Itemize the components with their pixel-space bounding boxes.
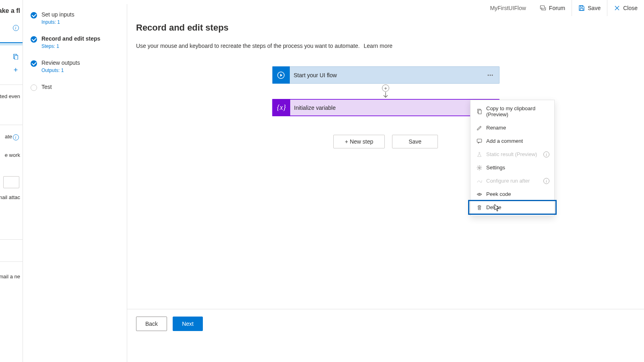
forum-label: Forum bbox=[549, 5, 565, 11]
sliver-info-icon-2: i bbox=[12, 134, 19, 141]
ctx-add-comment[interactable]: Add a comment bbox=[471, 134, 554, 148]
svg-rect-13 bbox=[478, 110, 481, 114]
back-button[interactable]: Back bbox=[136, 317, 167, 331]
step-check-icon bbox=[31, 12, 37, 19]
pencil-icon bbox=[476, 125, 482, 131]
svg-point-15 bbox=[478, 167, 480, 168]
ctx-label: Copy to my clipboard (Preview) bbox=[486, 105, 549, 117]
wizard-step-outputs[interactable]: Review outputs Outputs: 1 bbox=[23, 56, 127, 80]
eye-icon bbox=[476, 191, 482, 197]
svg-rect-4 bbox=[580, 8, 583, 10]
sliver-frag-3: e work bbox=[5, 152, 20, 158]
wizard-step-record[interactable]: Record and edit steps Steps: 1 bbox=[23, 32, 127, 56]
wizard-step-test[interactable]: Test bbox=[23, 80, 127, 98]
footer-bar: Back Next bbox=[127, 309, 644, 338]
wizard-step-label: Record and edit steps bbox=[41, 35, 100, 42]
sliver-frag-1: nated even bbox=[0, 93, 20, 99]
ctx-label: Rename bbox=[486, 125, 506, 131]
svg-rect-3 bbox=[580, 6, 582, 7]
card-more-button[interactable] bbox=[484, 69, 497, 82]
step-empty-icon bbox=[31, 84, 37, 91]
svg-point-8 bbox=[491, 74, 493, 76]
wizard-step-sub: Outputs: 1 bbox=[41, 68, 80, 73]
connector: + bbox=[382, 84, 389, 99]
new-step-button[interactable]: + New step bbox=[333, 135, 385, 148]
run-after-icon bbox=[476, 178, 482, 184]
wizard-step-label: Set up inputs bbox=[41, 11, 74, 18]
save-label: Save bbox=[588, 5, 601, 11]
flow-card-start[interactable]: Start your UI flow bbox=[272, 66, 500, 84]
info-icon[interactable]: i bbox=[543, 178, 549, 184]
svg-point-6 bbox=[487, 74, 489, 76]
page-title: Record and edit steps bbox=[136, 23, 644, 33]
wizard-step-sub: Steps: 1 bbox=[41, 43, 100, 49]
copy-icon bbox=[476, 109, 482, 115]
underlying-panel-sliver: ake a fl i + nated even ate i e work mai… bbox=[0, 0, 23, 362]
sliver-icon-1: i bbox=[12, 24, 19, 31]
close-button[interactable]: Close bbox=[607, 0, 644, 16]
sliver-frag-4: mail attac bbox=[0, 194, 20, 200]
svg-point-7 bbox=[489, 74, 491, 76]
trash-icon bbox=[476, 204, 482, 210]
context-menu: Copy to my clipboard (Preview) Rename Ad… bbox=[470, 100, 555, 216]
gear-icon bbox=[476, 165, 482, 171]
chat-icon bbox=[540, 5, 546, 11]
info-icon[interactable]: i bbox=[543, 151, 549, 157]
ctx-label: Settings bbox=[486, 165, 505, 171]
flow-card-initialize-variable[interactable]: {x} Initialize variable bbox=[272, 99, 500, 116]
ctx-static-result: Static result (Preview) i bbox=[471, 148, 554, 161]
main-content: Record and edit steps Use your mouse and… bbox=[127, 0, 644, 362]
sliver-icon-doc bbox=[12, 53, 19, 60]
close-label: Close bbox=[623, 5, 638, 11]
svg-rect-14 bbox=[477, 139, 481, 142]
save-icon bbox=[578, 5, 585, 11]
variable-icon: {x} bbox=[273, 99, 290, 116]
svg-rect-1 bbox=[14, 56, 18, 60]
page-subtitle: Use your mouse and keyboard to recreate … bbox=[136, 43, 644, 49]
wizard-step-sub: Inputs: 1 bbox=[41, 19, 74, 25]
learn-more-link[interactable]: Learn more bbox=[364, 43, 393, 49]
step-check-icon bbox=[31, 36, 37, 43]
wizard-step-label: Review outputs bbox=[41, 60, 80, 66]
flow-name: MyFirstUIFlow bbox=[483, 5, 533, 11]
flask-icon bbox=[476, 151, 482, 157]
save-step-button[interactable]: Save bbox=[392, 135, 438, 148]
flow-card-title: Start your UI flow bbox=[290, 72, 484, 78]
comment-icon bbox=[476, 138, 482, 144]
arrow-down-icon bbox=[382, 92, 389, 98]
wizard-panel: Set up inputs Inputs: 1 Record and edit … bbox=[23, 4, 127, 362]
ctx-configure-run-after: Configure run after i bbox=[471, 174, 554, 187]
ctx-copy-clipboard[interactable]: Copy to my clipboard (Preview) bbox=[471, 102, 554, 121]
close-icon bbox=[614, 5, 620, 11]
step-check-icon bbox=[31, 60, 37, 67]
next-button[interactable]: Next bbox=[173, 317, 203, 331]
play-icon bbox=[272, 66, 290, 84]
ctx-label: Configure run after bbox=[486, 178, 530, 184]
ctx-rename[interactable]: Rename bbox=[471, 121, 554, 134]
ctx-label: Add a comment bbox=[486, 138, 523, 144]
flow-card-title: Initialize variable bbox=[290, 105, 483, 111]
ctx-label: Static result (Preview) bbox=[486, 151, 537, 157]
ctx-peek-code[interactable]: Peek code bbox=[471, 187, 554, 201]
svg-rect-2 bbox=[540, 6, 544, 9]
add-between-button[interactable]: + bbox=[382, 84, 389, 92]
ctx-label: Peek code bbox=[486, 191, 511, 197]
sliver-active-bar bbox=[0, 42, 23, 45]
save-button[interactable]: Save bbox=[572, 0, 607, 16]
ctx-settings[interactable]: Settings bbox=[471, 161, 554, 174]
forum-button[interactable]: Forum bbox=[533, 0, 572, 16]
sliver-frag-2: ate bbox=[5, 134, 12, 140]
sliver-frag-5: email a ne bbox=[0, 274, 20, 280]
sliver-plus-icon[interactable]: + bbox=[12, 66, 19, 74]
ctx-label: Delete bbox=[486, 204, 502, 210]
svg-point-16 bbox=[479, 193, 480, 195]
header-bar: MyFirstUIFlow Forum Save Close bbox=[483, 0, 644, 16]
wizard-step-label: Test bbox=[41, 84, 52, 90]
wizard-step-inputs[interactable]: Set up inputs Inputs: 1 bbox=[23, 8, 127, 32]
ctx-delete[interactable]: Delete bbox=[469, 201, 556, 214]
sliver-outline-box bbox=[3, 176, 19, 188]
sliver-title-fragment: ake a fl bbox=[0, 7, 20, 14]
